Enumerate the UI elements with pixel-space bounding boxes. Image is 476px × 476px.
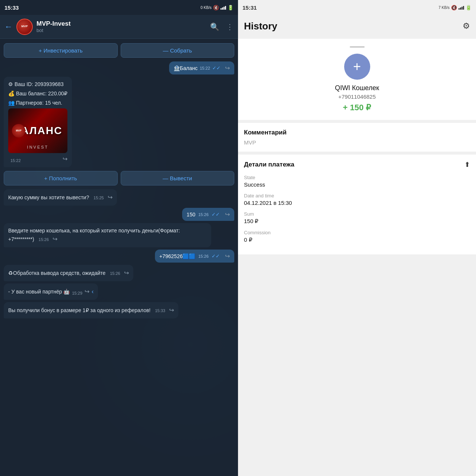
state-label: State <box>244 175 470 180</box>
commission-value: 0 ₽ <box>244 237 470 243</box>
processing-message: ♻Обработка вывода средств, ожидайте 15:2… <box>4 265 133 281</box>
forward-icon-bonus[interactable]: ↪ <box>169 307 174 313</box>
amount-out-message: 150 15:26 ✓✓ ↪ <box>182 208 234 221</box>
search-icon[interactable]: 🔍 <box>210 22 219 31</box>
partner-text: - У вас новый партнёр 🤖 <box>8 288 70 296</box>
wallet-phone: +79011046825 <box>338 93 376 100</box>
check-marks-amount: ✓✓ <box>212 212 220 217</box>
more-icon[interactable]: ⋮ <box>226 22 234 31</box>
qiwi-content: + QIWI Кошелек +79011046825 + 150 ₽ Комм… <box>238 39 476 476</box>
header-icons: 🔍 ⋮ <box>210 22 234 31</box>
processing-time: 15:26 <box>110 271 120 276</box>
comment-value: MVP <box>244 139 470 146</box>
back-button[interactable]: ← <box>4 22 13 32</box>
balance-out-text: 🏦Баланс <box>174 65 198 71</box>
collapse-icon-partner[interactable]: ‹ <box>92 287 93 296</box>
left-panel: 15:33 0 KB/s 🔇 🔋 ← MVP MVP-Invest bot <box>0 0 238 476</box>
amount-text: 150 <box>187 212 195 218</box>
wallet-name: QIWI Кошелек <box>335 84 379 92</box>
top-action-row: + Инвестировать — Собрать <box>4 43 234 58</box>
info-line1: ⚙ Ваш ID: 2093939683 <box>8 80 67 88</box>
partner-message: - У вас новый партнёр 🤖 15:29 ↪ ‹ <box>4 283 98 300</box>
details-card: Детали платежа ⬆ State Success Date and … <box>238 155 476 254</box>
info-message: ⚙ Ваш ID: 2093939683 💰 Ваш баланс: 220.0… <box>4 77 72 167</box>
forward-icon-wallet[interactable]: ↪ <box>225 253 230 260</box>
question-time: 15:25 <box>93 196 104 200</box>
collect-button[interactable]: — Собрать <box>121 43 235 58</box>
image-time: 15:22 <box>10 158 21 164</box>
plus-circle: + <box>344 54 370 80</box>
date-value: 04.12.2021 в 15:30 <box>244 200 470 206</box>
mid-action-row: + Пополнить — Вывести <box>4 171 234 185</box>
sum-value: 150 ₽ <box>244 218 470 225</box>
forward-icon-wallet-prompt[interactable]: ↪ <box>53 236 57 242</box>
history-title: History <box>244 20 277 32</box>
chat-subtitle: bot <box>37 28 210 33</box>
sum-row: Sum 150 ₽ <box>244 211 470 225</box>
status-icons-right: 7 KB/s 🔇 🔋 <box>439 5 472 10</box>
signal-icon-right <box>458 5 464 10</box>
bonus-message: Вы получили бонус в размере 1₽ за одного… <box>4 302 178 318</box>
filter-icon[interactable]: ⚙ <box>463 21 470 31</box>
drag-handle <box>350 46 365 48</box>
balance-image: MVP БАЛАНС INVEST <box>8 108 67 153</box>
question-text: Какую сумму вы хотите вывести? <box>8 194 89 200</box>
check-marks-balance: ✓✓ <box>212 65 220 71</box>
forward-icon-amount[interactable]: ↪ <box>225 211 230 218</box>
share-icon[interactable]: ⬆ <box>464 161 470 169</box>
details-header: Детали платежа ⬆ <box>244 161 470 169</box>
details-title: Детали платежа <box>244 161 294 168</box>
wallet-out-time: 15:26 <box>198 254 209 258</box>
status-time-right: 15:31 <box>242 4 257 11</box>
forward-icon-balance[interactable]: ↪ <box>225 64 230 72</box>
image-sub: INVEST <box>8 144 67 150</box>
chat-body: + Инвестировать — Собрать 🏦Баланс 15:22 … <box>0 39 238 476</box>
balance-out-time: 15:22 <box>200 66 210 70</box>
status-bar-right: 15:31 7 KB/s 🔇 🔋 <box>238 0 476 15</box>
withdraw-button[interactable]: — Вывести <box>121 171 235 185</box>
plus-symbol: + <box>353 60 361 73</box>
date-label: Date and time <box>244 193 470 199</box>
balance-out-message: 🏦Баланс 15:22 ✓✓ ↪ <box>169 61 234 74</box>
question-message: Какую сумму вы хотите вывести? 15:25 ↪ <box>4 189 117 206</box>
wallet-prompt-text: Введите номер кошелька, на который хотит… <box>8 228 180 242</box>
kb-label-right: 7 KB/s <box>439 6 450 10</box>
qiwi-header: History ⚙ <box>238 15 476 39</box>
battery-icon: 🔋 <box>228 5 234 10</box>
status-time-left: 15:33 <box>4 4 19 11</box>
invest-button[interactable]: + Инвестировать <box>4 43 118 58</box>
wallet-prompt-message: Введите номер кошелька, на который хотит… <box>4 223 211 247</box>
status-icons-left: 0 KB/s 🔇 🔋 <box>201 5 234 10</box>
wallet-prompt-time: 15:26 <box>39 237 49 242</box>
deposit-button[interactable]: + Пополнить <box>4 171 118 185</box>
transaction-card: + QIWI Кошелек +79011046825 + 150 ₽ <box>238 39 476 120</box>
check-marks-wallet: ✓✓ <box>212 253 220 259</box>
comment-label: Комментарий <box>244 129 470 136</box>
kb-label: 0 KB/s <box>201 6 212 10</box>
battery-icon-right: 🔋 <box>466 5 472 10</box>
partner-time: 15:29 <box>72 290 82 296</box>
chat-header: ← MVP MVP-Invest bot 🔍 ⋮ <box>0 15 238 39</box>
status-bar-left: 15:33 0 KB/s 🔇 🔋 <box>0 0 238 15</box>
date-row: Date and time 04.12.2021 в 15:30 <box>244 193 470 206</box>
avatar: MVP <box>16 19 33 35</box>
commission-label: Commission <box>244 230 470 235</box>
forward-icon-question[interactable]: ↪ <box>108 194 112 200</box>
mute-icon-right: 🔇 <box>451 5 457 10</box>
forward-icon-processing[interactable]: ↪ <box>124 270 129 276</box>
amount-time: 15:26 <box>198 212 209 217</box>
info-line3: 👥 Партнеров: 15 чел. <box>8 99 67 107</box>
state-value: Success <box>244 181 470 188</box>
chat-info: MVP-Invest bot <box>37 20 210 33</box>
processing-text: ♻Обработка вывода средств, ожидайте <box>8 270 105 276</box>
amount-positive: + 150 ₽ <box>343 103 371 112</box>
signal-icon <box>220 5 226 10</box>
mvp-logo: MVP <box>12 124 25 137</box>
wallet-out-text: +7962526🟦🟦 <box>159 253 196 259</box>
forward-icon-image[interactable]: ↪ <box>63 155 67 164</box>
forward-icon-partner[interactable]: ↪ <box>85 287 89 296</box>
comment-card: Комментарий MVP <box>238 123 476 152</box>
commission-row: Commission 0 ₽ <box>244 230 470 243</box>
bonus-text: Вы получили бонус в размере 1₽ за одного… <box>8 307 150 313</box>
right-panel: 15:31 7 KB/s 🔇 🔋 History ⚙ + <box>238 0 476 476</box>
